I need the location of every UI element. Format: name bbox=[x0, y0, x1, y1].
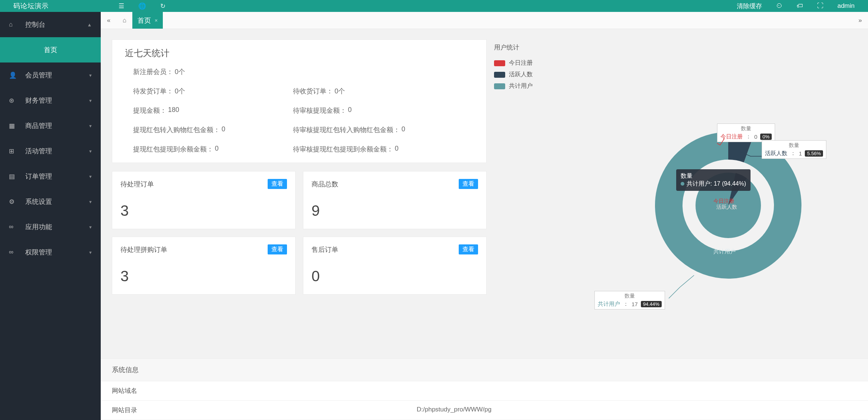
link-icon: ∞ bbox=[9, 223, 18, 231]
tabs-next-icon[interactable]: » bbox=[852, 12, 868, 29]
stat-label: 新注册会员： bbox=[133, 67, 173, 76]
sidebar-item-permissions[interactable]: ∞ 权限管理 ▾ bbox=[0, 240, 101, 265]
card-title: 商品总数 bbox=[312, 180, 338, 189]
inner-label-active: 活跃人数 bbox=[716, 204, 737, 211]
legend-item-active[interactable]: 活跃人数 bbox=[494, 71, 857, 78]
refresh-icon[interactable]: ↻ bbox=[160, 2, 165, 10]
list-icon: ▤ bbox=[9, 173, 18, 180]
grid-icon: ▦ bbox=[9, 122, 18, 130]
chevron-down-icon: ▾ bbox=[89, 199, 92, 205]
user-stats-panel: 用户统计 今日注册 活跃人数 共计用户 bbox=[494, 39, 857, 410]
card-products-total: 商品总数 查看 9 bbox=[303, 171, 487, 229]
label-percent: 5.56% bbox=[805, 150, 823, 157]
chart-tooltip: 数量 共计用户: 17 (94.44%) bbox=[676, 169, 751, 191]
sidebar-item-apps[interactable]: ∞ 应用功能 ▾ bbox=[0, 214, 101, 240]
donut-chart: 数量 共计用户: 17 (94.44%) 今日注册 活跃人数 共计用户 数量 今… bbox=[554, 90, 857, 313]
link-icon: ∞ bbox=[9, 249, 18, 256]
label-percent: 0% bbox=[760, 134, 772, 140]
view-button[interactable]: 查看 bbox=[459, 179, 478, 189]
card-value: 3 bbox=[120, 202, 287, 219]
sidebar-item-label: 权限管理 bbox=[25, 248, 52, 257]
view-button[interactable]: 查看 bbox=[268, 244, 287, 254]
view-button[interactable]: 查看 bbox=[268, 179, 287, 189]
card-aftersale-orders: 售后订单 查看 0 bbox=[303, 237, 487, 295]
label-value: 17 bbox=[632, 301, 638, 307]
label-box-title: 数量 bbox=[625, 293, 635, 299]
stat-value: 180 bbox=[168, 106, 179, 115]
sysinfo-label: 网站域名 bbox=[112, 387, 417, 395]
sidebar-item-console[interactable]: ⌂ 控制台 ▲ bbox=[0, 12, 101, 37]
toggle-sidebar-icon[interactable]: ☰ bbox=[119, 2, 124, 10]
chevron-down-icon: ▾ bbox=[89, 73, 92, 78]
label-box-total: 数量 共计用户：17 94.44% bbox=[594, 291, 665, 310]
stat-value: 0 bbox=[401, 125, 405, 134]
legend-swatch bbox=[494, 72, 505, 78]
sysinfo-title: 系统信息 bbox=[101, 359, 868, 381]
legend-item-total[interactable]: 共计用户 bbox=[494, 82, 857, 90]
stat-label: 待审核提现红包提现到余额金额： bbox=[293, 145, 393, 154]
view-button[interactable]: 查看 bbox=[459, 244, 478, 254]
fullscreen-icon[interactable]: ⛶ bbox=[817, 2, 823, 10]
stat-value: 0个 bbox=[335, 87, 345, 96]
stat-label: 待审核提现红包转入购物红包金额： bbox=[293, 125, 400, 134]
sidebar-item-home[interactable]: 首页 bbox=[0, 37, 101, 62]
seven-day-stats-panel: 近七天统计 新注册会员：0个 待发货订单：0个 待收货订单：0个 提现金额：18… bbox=[112, 39, 487, 163]
top-header: 码论坛演示 ☰ 🌐 ↻ 清除缓存 ⏲ 🏷 ⛶ admin bbox=[0, 0, 868, 12]
tag-icon[interactable]: 🏷 bbox=[797, 2, 803, 10]
stat-label: 待收货订单： bbox=[293, 87, 333, 96]
logo-text: 码论坛演示 bbox=[0, 1, 101, 10]
chevron-down-icon: ▾ bbox=[89, 174, 92, 179]
sidebar-item-label: 活动管理 bbox=[25, 147, 52, 156]
chevron-up-icon: ▲ bbox=[87, 22, 92, 28]
system-info-panel: 系统信息 网站域名 网站目录 D:/phpstudy_pro/WWW/pg bbox=[101, 358, 868, 420]
card-title: 待处理订单 bbox=[120, 180, 154, 189]
card-value: 3 bbox=[120, 268, 287, 285]
tab-home[interactable]: 首页 × bbox=[132, 12, 163, 29]
sidebar-item-orders[interactable]: ▤ 订单管理 ▾ bbox=[0, 164, 101, 189]
globe-icon[interactable]: 🌐 bbox=[138, 2, 146, 10]
dashboard-icon[interactable]: ⏲ bbox=[776, 2, 783, 10]
calendar-icon: ⊞ bbox=[9, 147, 18, 155]
yen-icon: ⊛ bbox=[9, 97, 18, 105]
stat-value: 0 bbox=[215, 145, 219, 154]
chevron-down-icon: ▾ bbox=[89, 123, 92, 129]
sidebar-item-activity[interactable]: ⊞ 活动管理 ▾ bbox=[0, 138, 101, 164]
close-icon[interactable]: × bbox=[155, 17, 158, 23]
sidebar-item-label: 订单管理 bbox=[25, 172, 52, 181]
card-title: 售后订单 bbox=[312, 245, 338, 254]
sidebar-item-products[interactable]: ▦ 商品管理 ▾ bbox=[0, 113, 101, 138]
label-name: 活跃人数 bbox=[765, 150, 787, 157]
clear-cache-button[interactable]: 清除缓存 bbox=[737, 2, 762, 10]
chart-title: 用户统计 bbox=[494, 39, 857, 59]
stat-label: 提现金额： bbox=[133, 106, 167, 115]
label-name: 今日注册 bbox=[720, 133, 743, 140]
sysinfo-row-path: 网站目录 D:/phpstudy_pro/WWW/pg bbox=[101, 401, 868, 420]
sidebar: ⌂ 控制台 ▲ 首页 👤 会员管理 ▾ ⊛ 财务管理 ▾ ▦ 商品管理 ▾ ⊞ … bbox=[0, 12, 101, 420]
header-icon-group: ☰ 🌐 ↻ bbox=[101, 2, 165, 10]
sysinfo-label: 网站目录 bbox=[112, 406, 417, 414]
stat-value: 0个 bbox=[175, 87, 185, 96]
stat-value: 0 bbox=[348, 106, 352, 115]
user-icon: 👤 bbox=[9, 71, 18, 79]
tab-label: 首页 bbox=[138, 16, 151, 25]
card-value: 9 bbox=[312, 202, 478, 219]
sysinfo-row-domain: 网站域名 bbox=[101, 381, 868, 401]
legend-item-today[interactable]: 今日注册 bbox=[494, 59, 857, 67]
tabs-prev-icon[interactable]: « bbox=[101, 12, 117, 29]
chevron-down-icon: ▾ bbox=[89, 148, 92, 154]
label-box-today: 数量 今日注册：0 0% bbox=[717, 124, 775, 142]
tab-home-icon[interactable]: ⌂ bbox=[117, 12, 132, 29]
stat-value: 0 bbox=[222, 125, 225, 134]
sidebar-item-label: 商品管理 bbox=[25, 121, 52, 130]
home-icon: ⌂ bbox=[9, 21, 18, 28]
chevron-down-icon: ▾ bbox=[89, 98, 92, 103]
stat-value: 0 bbox=[395, 145, 398, 154]
user-label[interactable]: admin bbox=[838, 2, 855, 10]
card-title: 待处理拼购订单 bbox=[120, 245, 167, 254]
sidebar-item-members[interactable]: 👤 会员管理 ▾ bbox=[0, 62, 101, 88]
sidebar-item-finance[interactable]: ⊛ 财务管理 ▾ bbox=[0, 88, 101, 113]
sidebar-item-system[interactable]: ⚙ 系统设置 ▾ bbox=[0, 189, 101, 214]
header-right-group: 清除缓存 ⏲ 🏷 ⛶ admin bbox=[737, 2, 868, 10]
tooltip-line: 共计用户: 17 (94.44%) bbox=[681, 180, 746, 188]
legend-swatch bbox=[494, 60, 505, 66]
